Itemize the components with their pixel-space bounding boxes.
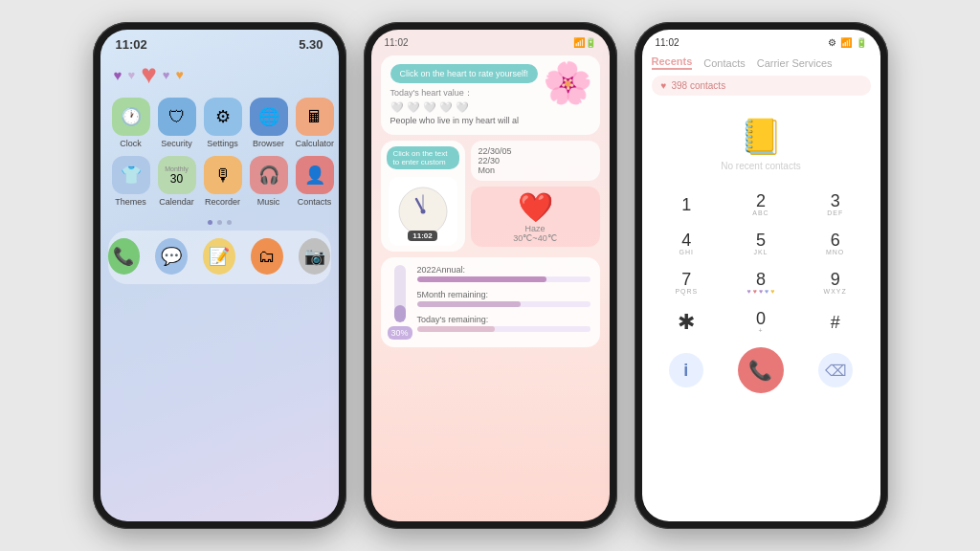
vertical-bar [394,265,406,322]
rate-yourself-bubble[interactable]: Click on the heart to rate yourself! [390,64,539,83]
custom-text-bubble[interactable]: Click on the text to enter custom [387,146,459,169]
dial-sub-3: DEF [827,209,843,216]
dock-camera[interactable]: 📷 [299,238,331,275]
dot-2 [217,220,222,225]
phone2-content: Click on the heart to rate yourself! Tod… [371,52,610,517]
dial-sub-2: ABC [752,209,768,216]
dial-hearts: ♥ ♥ ♥ ♥ ♥ [747,288,775,295]
phone-1: 11:02 5.30 ♥ ♥ ♥ ♥ ♥ 🕐 Clock 🛡 Security … [93,22,346,529]
heart-purple2: ♥ [163,68,170,82]
dial-star[interactable]: ✱ [652,304,723,340]
app-browser[interactable]: 🌐 Browser [250,98,288,148]
phone3-tabs: Recents Contacts Carrier Services [642,52,880,76]
date-widget: 22/30/05 22/30 Mon [471,141,600,181]
dot-3 [227,220,232,225]
info-icon: i [683,361,688,381]
app-clock[interactable]: 🕐 Clock [112,98,150,148]
app-recorder[interactable]: 🎙 Recorder [204,156,242,207]
custom-text-widget: Click on the text to enter custom 11:02 [381,141,465,252]
info-button[interactable]: i [669,353,703,387]
phone3-time: 11:02 [656,37,679,48]
call-button[interactable]: 📞 [738,347,784,393]
heart-red-big: ♥ [141,59,157,90]
progress-items: 2022Annual: 5Month remaining: Today's re… [417,265,590,340]
tab-recents[interactable]: Recents [652,55,693,70]
dial-3[interactable]: 3 DEF [800,187,871,222]
dial-6[interactable]: 6 MNO [800,226,871,261]
dial-5[interactable]: 5 JKL [725,226,796,261]
big-heart: ❤️ [518,190,553,224]
app-calculator[interactable]: 🖩 Calculator [296,98,335,148]
vertical-fill [394,305,406,322]
tab-carrier-services[interactable]: Carrier Services [757,57,833,69]
calculator-app-icon: 🖩 [296,98,334,136]
dial-num-hash: # [831,314,840,331]
phone2-icons: 📶🔋 [573,37,596,48]
dial-num-3: 3 [831,192,840,209]
dock-phone[interactable]: 📞 [108,238,141,275]
heart-light: ♥ [127,68,135,82]
phone1-status-bar: 11:02 5.30 [100,30,339,55]
calculator-label: Calculator [296,139,335,148]
app-calendar[interactable]: Monthly30 Calendar [158,156,196,207]
date-heart-col: 22/30/05 22/30 Mon ❤️ Haze 30℃~40℃ [471,141,600,252]
app-settings[interactable]: ⚙ Settings [204,98,242,148]
settings-label: Settings [207,139,238,148]
today-progress: Today's remaining: [417,315,590,332]
phone1-screen: 11:02 5.30 ♥ ♥ ♥ ♥ ♥ 🕐 Clock 🛡 Security … [100,30,339,521]
dial-sub-5: JKL [753,249,768,255]
heart-purple: ♥ [114,67,122,83]
dial-sub-9: WXYZ [824,288,847,295]
dial-num-0: 0 [756,310,766,327]
dial-num-1: 1 [681,196,691,213]
dial-0[interactable]: 0 + [725,304,796,340]
app-contacts[interactable]: 👤 Contacts [296,156,334,207]
annual-progress: 2022Annual: [417,265,590,282]
settings-gear-icon[interactable]: ⚙ [828,37,836,48]
dial-num-5: 5 [756,231,766,249]
dial-8[interactable]: 8 ♥ ♥ ♥ ♥ ♥ [725,265,796,300]
recorder-app-icon: 🎙 [204,156,242,194]
clock-date-row: Click on the text to enter custom 11:02 [381,141,600,252]
dial-4[interactable]: 4 GHI [652,226,723,261]
app-security[interactable]: 🛡 Security [158,98,196,148]
dial-num-4: 4 [681,231,691,249]
phone1-time: 11:02 [116,37,147,52]
music-label: Music [257,197,280,207]
annual-bar [417,276,590,282]
dialer-bottom: i 📞 ⌫ [642,340,880,399]
security-app-icon: 🛡 [158,98,196,136]
app-themes[interactable]: 👕 Themes [112,156,150,207]
app-music[interactable]: 🎧 Music [250,156,288,207]
dialer-grid: 1 2 ABC 3 DEF 4 GHI 5 JKL [652,187,871,340]
dock-notes[interactable]: 📝 [203,238,235,275]
dialer: 1 2 ABC 3 DEF 4 GHI 5 JKL [642,187,880,340]
no-contacts-icon: 📒 [740,117,783,157]
clock-label: Clock [120,139,142,148]
backspace-button[interactable]: ⌫ [818,353,853,387]
dock-messages[interactable]: 💬 [155,238,188,275]
dock-files[interactable]: 🗂 [251,238,283,275]
dial-1[interactable]: 1 [652,187,723,222]
dial-2[interactable]: 2 ABC [725,187,796,222]
annual-label: 2022Annual: [417,265,590,275]
phone-2: 11:02 📶🔋 Click on the heart to rate your… [364,22,617,529]
dial-num-6: 6 [831,231,840,249]
temp-label: 30℃~40℃ [513,233,556,243]
date-line2: 22/30 [479,156,592,165]
recorder-label: Recorder [205,197,240,207]
themes-label: Themes [115,197,146,207]
progress-widget: 30% 2022Annual: 5Month remaining: [381,257,600,347]
month-label: 5Month remaining: [417,290,590,299]
dial-7[interactable]: 7 PQRS [652,265,723,300]
dial-hash[interactable]: # [800,304,871,340]
dial-9[interactable]: 9 WXYZ [800,265,871,300]
date-line1: 22/30/05 [479,146,592,156]
music-app-icon: 🎧 [250,156,288,194]
today-label: Today's remaining: [417,315,590,324]
dial-num-2: 2 [756,192,766,209]
phone1-date: 5.30 [299,37,323,52]
tab-contacts[interactable]: Contacts [703,57,745,69]
phone2-status-bar: 11:02 📶🔋 [371,30,610,52]
date-day: Mon [479,165,592,175]
